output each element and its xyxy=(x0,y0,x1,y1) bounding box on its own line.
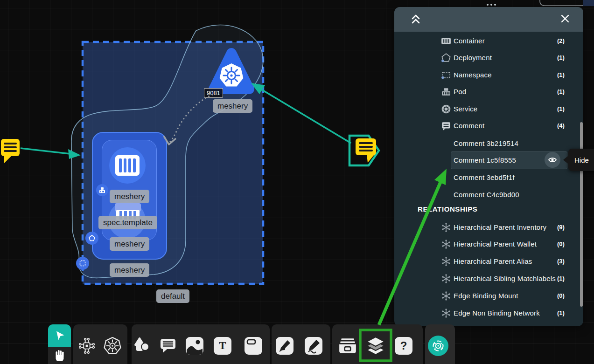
left-comment-arrowhead xyxy=(68,149,81,159)
close-icon[interactable] xyxy=(560,14,570,23)
component-label: Deployment xyxy=(454,54,492,62)
tooltip-text: Hide xyxy=(568,156,589,164)
component-row-container[interactable]: Container (2) xyxy=(394,35,583,47)
component-label: Service xyxy=(454,105,477,113)
namespace-icon xyxy=(441,70,451,80)
relationship-count: (3) xyxy=(557,258,565,265)
text-tool-glyph: T xyxy=(214,337,231,355)
relationship-row[interactable]: Hierarchical Sibling Matchlabels (1) xyxy=(394,273,583,284)
relationship-label: Hierarchical Parent Inventory xyxy=(454,223,546,231)
hand-icon xyxy=(53,348,67,364)
component-count: (4) xyxy=(557,122,565,129)
meshery-logo-icon xyxy=(430,338,446,354)
relationship-icon xyxy=(441,222,451,233)
service-icon xyxy=(441,104,451,114)
comment-item-label: Comment C4c9bd00 xyxy=(454,191,519,199)
relationship-row[interactable]: Edge Binding Mount (0) xyxy=(394,290,583,302)
component-count: (1) xyxy=(557,54,565,61)
layers-tool-button[interactable] xyxy=(365,335,386,357)
comment-node-left[interactable] xyxy=(0,138,22,165)
layers-icon xyxy=(365,335,386,357)
pencil-icon xyxy=(305,337,322,355)
component-row-namespace[interactable]: Namespace (1) xyxy=(394,69,583,81)
component-label: Container xyxy=(454,37,485,45)
visibility-toggle[interactable] xyxy=(545,152,560,168)
comment-icon xyxy=(441,121,451,131)
kubernetes-tool-button[interactable] xyxy=(102,336,123,356)
component-row-service[interactable]: Service (1) xyxy=(394,103,583,115)
comment-item-label: Comment 3ebd5f1f xyxy=(454,173,515,181)
component-icon xyxy=(77,337,96,355)
eye-icon xyxy=(548,155,557,165)
component-row-deployment[interactable]: Deployment (1) xyxy=(394,52,583,63)
shapes-tool-button[interactable] xyxy=(133,337,151,355)
right-comment-arrowhead xyxy=(251,83,265,94)
pen-arrow-icon xyxy=(276,337,294,355)
relationship-label: Hierarchical Sibling Matchlabels xyxy=(454,275,556,282)
panel-drag-dots[interactable] xyxy=(487,4,496,6)
image-tool-button[interactable] xyxy=(186,337,203,355)
design-canvas: 9081 meshery meshery spec.template meshe… xyxy=(0,0,594,364)
help-glyph: ? xyxy=(395,337,412,355)
relationship-count: (0) xyxy=(557,292,565,299)
cursor-icon xyxy=(54,330,66,342)
help-tool-button[interactable]: ? xyxy=(395,337,412,355)
container-icon xyxy=(441,36,451,46)
relationship-row[interactable]: Hierarchical Parent Wallet (0) xyxy=(394,239,583,250)
drawer-icon xyxy=(338,336,357,356)
relationship-icon xyxy=(441,239,451,249)
comment-tool-button[interactable] xyxy=(159,337,177,355)
component-count: (1) xyxy=(557,71,565,78)
comment-item[interactable]: Comment 3ebd5f1f xyxy=(394,172,583,183)
comment-tool-icon xyxy=(159,337,177,355)
relationship-count: (1) xyxy=(557,309,565,316)
deployment-icon xyxy=(441,53,451,63)
relationship-count: (1) xyxy=(557,275,565,282)
comment-item-label: Comment 1c5f8555 xyxy=(454,156,516,164)
relationship-label: Edge Non Binding Network xyxy=(454,309,540,317)
relationship-label: Hierarchical Parent Wallet xyxy=(454,240,537,248)
comment-item[interactable]: Comment 3b219514 xyxy=(394,138,583,149)
relationship-icon xyxy=(441,256,451,267)
drawer-tool-button[interactable] xyxy=(337,336,358,356)
pencil-tool-button[interactable] xyxy=(305,337,322,355)
image-icon xyxy=(186,337,203,355)
component-row-pod[interactable]: Pod (1) xyxy=(394,86,583,97)
relationship-icon xyxy=(441,274,451,284)
component-label: Namespace xyxy=(454,71,492,79)
select-tool-button[interactable] xyxy=(48,324,71,347)
comment-item-label: Comment 3b219514 xyxy=(454,139,518,147)
text-tool-button[interactable]: T xyxy=(214,337,231,355)
relationship-icon xyxy=(441,291,451,301)
component-count: (2) xyxy=(557,37,565,44)
pen-tool-button[interactable] xyxy=(276,337,294,355)
component-count: (1) xyxy=(557,88,565,95)
component-label: Comment xyxy=(454,122,484,130)
comment-node-selected[interactable] xyxy=(346,132,384,169)
pod-icon xyxy=(441,87,451,97)
card-icon xyxy=(245,337,262,355)
elements-panel: Container (2) Deployment (1) Namespace (… xyxy=(394,7,583,326)
comment-item[interactable]: Comment C4c9bd00 xyxy=(394,189,583,200)
collapse-icon[interactable] xyxy=(410,14,421,25)
component-label: Pod xyxy=(454,88,466,96)
comment-item-selected[interactable]: Comment 1c5f8555 xyxy=(394,155,583,166)
dotted-edge-arrowhead xyxy=(164,136,176,144)
relationship-row[interactable]: Hierarchical Parent Inventory (9) xyxy=(394,222,583,233)
relationship-icon xyxy=(441,308,451,318)
meshery-button[interactable] xyxy=(428,336,448,356)
relationship-row[interactable]: Edge Non Binding Network (1) xyxy=(394,308,583,319)
panel-header xyxy=(394,7,583,32)
kubernetes-icon xyxy=(103,336,122,356)
relationship-row[interactable]: Hierarchical Parent Alias (3) xyxy=(394,256,583,267)
corner-panel-fragment xyxy=(583,0,594,6)
component-row-comment[interactable]: Comment (4) xyxy=(394,120,583,131)
relationship-count: (9) xyxy=(557,224,565,231)
card-tool-button[interactable] xyxy=(245,337,262,355)
hide-tooltip: Hide xyxy=(568,149,594,171)
relationship-label: Hierarchical Parent Alias xyxy=(454,257,532,265)
component-tool-button[interactable] xyxy=(77,336,97,356)
relationship-count: (0) xyxy=(557,240,565,247)
pan-tool-button[interactable] xyxy=(48,347,71,364)
tooltip-pointer xyxy=(563,156,568,164)
